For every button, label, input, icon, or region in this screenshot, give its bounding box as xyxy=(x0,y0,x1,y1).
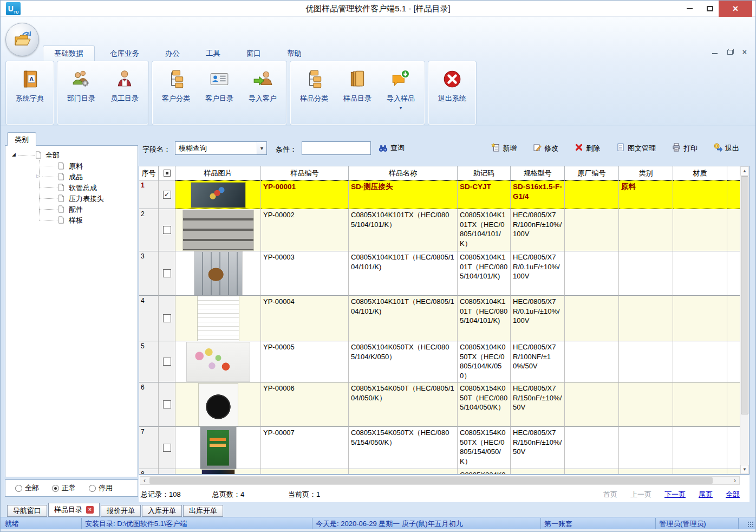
radio-label: 正常 xyxy=(62,483,76,493)
ribbon-button-department[interactable]: 部门目录 xyxy=(60,66,103,124)
row-checkbox[interactable] xyxy=(163,226,171,234)
column-header[interactable] xyxy=(159,166,175,180)
condition-input[interactable] xyxy=(302,141,371,155)
vertical-scrollbar[interactable]: ▲ ▼ xyxy=(740,166,749,474)
ribbon-button-sample-category[interactable]: 样品分类 xyxy=(292,66,336,124)
select-all-checkbox[interactable] xyxy=(164,170,171,177)
row-checkbox[interactable] xyxy=(163,191,171,199)
ribbon-button-customer-directory[interactable]: 客户目录 xyxy=(198,66,241,124)
table-row[interactable]: 8C0805X224K0 xyxy=(139,469,749,475)
radio-全部[interactable]: 全部 xyxy=(15,483,39,493)
horizontal-scroll-thumb[interactable] xyxy=(149,477,713,484)
table-body: 1YP-00001SD-测压接头SD-CYJTSD-S16x1.5-F-G1/4… xyxy=(139,180,749,475)
scroll-down-icon[interactable]: ▼ xyxy=(740,465,749,474)
page-link-下一页[interactable]: 下一页 xyxy=(664,490,686,499)
tree-item-label: 全部 xyxy=(45,151,60,160)
horizontal-scrollbar[interactable]: ‹ › xyxy=(140,476,740,485)
app-menu-button[interactable] xyxy=(5,23,39,56)
ribbon-button-import-sample[interactable]: 导入样品▼ xyxy=(379,66,422,124)
column-header[interactable]: 规格型号 xyxy=(511,166,565,180)
print-button[interactable]: 打印 xyxy=(672,143,698,153)
close-tab-icon[interactable]: × xyxy=(86,506,94,514)
action-label: 修改 xyxy=(544,144,558,153)
vertical-scroll-thumb[interactable] xyxy=(741,176,748,414)
image-doc-button[interactable]: 图文管理 xyxy=(616,143,656,153)
tree-item[interactable]: 软管总成 xyxy=(5,182,138,193)
ribbon-button-import-customer[interactable]: 导入客户 xyxy=(241,66,284,124)
page-link-尾页[interactable]: 尾页 xyxy=(699,490,713,499)
mdi-minimize-icon[interactable] xyxy=(712,50,718,54)
ribbon-tab[interactable]: 基础数据 xyxy=(43,46,95,62)
cell-material xyxy=(673,427,727,469)
tree-item[interactable]: 配件 xyxy=(5,204,138,215)
table-row[interactable]: 5YP-00005C0805X104K050TX（HEC/0805/104/K/… xyxy=(139,341,749,382)
scroll-up-icon[interactable]: ▲ xyxy=(740,166,749,176)
resize-grip[interactable] xyxy=(747,521,754,528)
tab-category[interactable]: 类别 xyxy=(7,132,36,146)
mdi-restore-icon[interactable] xyxy=(727,50,733,55)
page-link-全部[interactable]: 全部 xyxy=(726,490,740,499)
ribbon-button-employee[interactable]: 员工目录 xyxy=(103,66,146,124)
column-header[interactable]: 助记码 xyxy=(458,166,511,180)
row-checkbox[interactable] xyxy=(163,314,171,322)
column-header[interactable]: 样品图片 xyxy=(175,166,261,180)
doc-tab-入库开单[interactable]: 入库开单 xyxy=(142,505,182,517)
ribbon-tab[interactable]: 工具 xyxy=(195,46,231,62)
tree-item[interactable]: 压力表接头 xyxy=(5,193,138,204)
scroll-right-icon[interactable]: › xyxy=(731,477,739,484)
maximize-button[interactable] xyxy=(700,1,720,17)
ribbon-tab[interactable]: 仓库业务 xyxy=(99,46,150,62)
doc-tab-出库开单[interactable]: 出库开单 xyxy=(183,505,223,517)
tree-item[interactable]: 原料 xyxy=(5,160,138,171)
doc-tab-样品目录[interactable]: 样品目录× xyxy=(48,503,100,517)
doc-tab-报价开单[interactable]: 报价开单 xyxy=(101,505,141,517)
row-checkbox[interactable] xyxy=(163,444,171,452)
minimize-button[interactable] xyxy=(680,1,699,17)
field-select[interactable]: 模糊查询 ▼ xyxy=(175,141,267,155)
cell-name: SD-测压接头 xyxy=(349,180,458,209)
scroll-left-icon[interactable]: ‹ xyxy=(140,477,149,484)
tree-item[interactable]: ▷成品 xyxy=(5,171,138,182)
ribbon-button-exit-system[interactable]: 退出系统 xyxy=(431,66,474,124)
edit-button[interactable]: 修改 xyxy=(533,143,558,153)
table-row[interactable]: 1YP-00001SD-测压接头SD-CYJTSD-S16x1.5-F-G1/4… xyxy=(139,180,749,209)
delete-button[interactable]: 删除 xyxy=(575,143,600,153)
ribbon-button-sample-directory[interactable]: 样品目录 xyxy=(336,66,379,124)
column-header[interactable]: 样品编号 xyxy=(261,166,349,180)
tree-item-label: 软管总成 xyxy=(69,183,97,193)
column-header[interactable] xyxy=(727,166,741,180)
row-checkbox[interactable] xyxy=(163,269,171,277)
tree-item[interactable]: 样板 xyxy=(5,215,138,225)
table-row[interactable]: 3YP-00003C0805X104K101T（HEC/0805/104/101… xyxy=(139,251,749,296)
table-row[interactable]: 4YP-00004C0805X104K101T（HEC/0805/104/101… xyxy=(139,296,749,341)
ribbon-tab[interactable]: 帮助 xyxy=(276,46,312,62)
mdi-close-icon[interactable]: × xyxy=(742,49,747,55)
row-checkbox[interactable] xyxy=(163,400,171,408)
ribbon-button-customer-category[interactable]: 客户分类 xyxy=(154,66,198,124)
tree-expander-icon[interactable]: ▷ xyxy=(36,173,40,179)
column-header[interactable]: 材质 xyxy=(673,166,727,180)
row-checkbox[interactable] xyxy=(163,358,171,366)
search-button[interactable]: 查询 xyxy=(379,143,405,153)
exit-button[interactable]: 退出 xyxy=(714,143,739,153)
column-header[interactable]: 类别 xyxy=(619,166,673,180)
cell-spec: HEC/0805/X7R/0.1uF/±10%/100V xyxy=(511,251,565,296)
table-row[interactable]: 7YP-00007C0805X154K050TX（HEC/0805/154/05… xyxy=(139,427,749,469)
ribbon-button-dictionary-book[interactable]: A系统字典 xyxy=(8,66,51,124)
tree-expander-icon[interactable]: ◢ xyxy=(12,152,16,157)
radio-停用[interactable]: 停用 xyxy=(89,483,113,493)
radio-正常[interactable]: 正常 xyxy=(52,483,76,493)
ribbon-button-label: 样品分类 xyxy=(300,94,328,103)
cell-mnemonic: C0805X154K050TX（HEC/0805/154/050/K） xyxy=(458,427,511,469)
ribbon-tab[interactable]: 窗口 xyxy=(236,46,272,62)
ribbon-tab[interactable]: 办公 xyxy=(154,46,191,62)
table-row[interactable]: 6YP-00006C0805X154K050T（HEC/0805/104/050… xyxy=(139,382,749,427)
close-button[interactable]: × xyxy=(719,1,752,17)
tree-item[interactable]: ◢全部 xyxy=(5,150,138,160)
table-row[interactable]: 2YP-00002C0805X104K101TX（HEC/0805/104/10… xyxy=(139,209,749,251)
doc-tab-导航窗口[interactable]: 导航窗口 xyxy=(7,505,47,517)
column-header[interactable]: 原厂编号 xyxy=(565,166,619,180)
column-header[interactable]: 样品名称 xyxy=(349,166,458,180)
add-button[interactable]: 新增 xyxy=(491,143,517,153)
column-header[interactable]: 序号 xyxy=(139,166,159,180)
